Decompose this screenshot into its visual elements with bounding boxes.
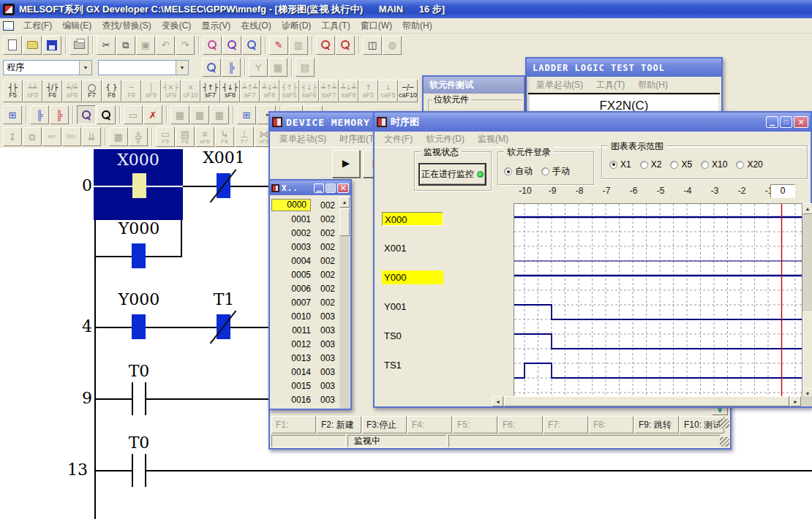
timing-titlebar[interactable]: 时序图 ▁ □ ✕ bbox=[375, 113, 811, 132]
fkey-sF8[interactable]: ┤↓├sF8 bbox=[220, 80, 240, 102]
dm-fkey-10[interactable]: F10: 测试 bbox=[680, 416, 724, 433]
timing-chart-window[interactable]: 时序图 ▁ □ ✕ 文件(F)软元件(D)监视(M) 监视状态 正在进行监控 软… bbox=[373, 111, 812, 408]
scroll-left-icon[interactable]: ◄ bbox=[492, 396, 503, 406]
ladder-edit-icon[interactable]: ✎ bbox=[269, 36, 288, 55]
close-icon[interactable]: ✕ bbox=[794, 116, 808, 128]
main-titlebar[interactable]: MELSOFT系列 GX Developer C:\MELSEC\GPPW\mn… bbox=[0, 0, 812, 18]
sheet-find-icon[interactable] bbox=[202, 58, 221, 77]
device-row[interactable]: 0016003 bbox=[271, 393, 339, 406]
chart-horizontal-scrollbar[interactable]: ◄ ► bbox=[492, 396, 812, 406]
program-selector[interactable]: 程序 ▼ bbox=[3, 60, 92, 75]
chevron-down-icon[interactable]: ▼ bbox=[79, 61, 91, 75]
tc-menu-item[interactable]: 软元件(D) bbox=[419, 132, 471, 147]
main-menu-item[interactable]: 变换(C) bbox=[157, 18, 197, 34]
radio-X20[interactable]: X20 bbox=[736, 159, 762, 170]
ladder-branch-icon[interactable]: ╠ bbox=[222, 58, 241, 77]
main-menu-item[interactable]: 显示(V) bbox=[196, 18, 236, 34]
contact-t0[interactable] bbox=[132, 382, 133, 415]
radio-自动[interactable]: 自动 bbox=[504, 165, 533, 178]
ladder-logic-test-tool-window[interactable]: LADDER LOGIC TEST TOOL 菜单起动(S)工具(T)帮助(H)… bbox=[525, 57, 723, 111]
device-row[interactable]: 0001002 bbox=[271, 212, 339, 226]
child-window-icon[interactable] bbox=[3, 21, 14, 31]
fkey-caF10[interactable]: ─/─caF10 bbox=[398, 80, 418, 102]
scroll-up-icon[interactable]: ▲ bbox=[802, 203, 812, 214]
chart-vertical-scrollbar[interactable]: ▲ ▼ bbox=[802, 203, 812, 399]
x-list-titlebar[interactable]: X.. ▁ □ ✕ bbox=[270, 181, 350, 195]
llt-menu-item[interactable]: 帮助(H) bbox=[631, 77, 674, 93]
resize-grip[interactable] bbox=[720, 419, 729, 428]
device-row[interactable]: 0004002 bbox=[271, 254, 339, 268]
contact-x000-selected[interactable]: X000 bbox=[94, 149, 183, 220]
signal-label-ts0[interactable]: TS0 bbox=[382, 329, 443, 343]
scrollbar-thumb[interactable] bbox=[802, 311, 812, 389]
contact-t0b[interactable] bbox=[132, 454, 133, 487]
fkey-F8[interactable]: { }F8 bbox=[102, 80, 121, 102]
print-icon[interactable] bbox=[69, 36, 89, 55]
device-selector[interactable]: ▼ bbox=[98, 60, 189, 75]
device-row[interactable]: 0010003 bbox=[271, 309, 339, 323]
dm-fkey-3[interactable]: F3:停止 bbox=[362, 416, 407, 433]
project-tree-icon[interactable]: ╠ bbox=[30, 105, 49, 124]
radio-手动[interactable]: 手动 bbox=[541, 165, 570, 178]
timing-chart-plot-area[interactable] bbox=[514, 203, 802, 399]
run-button[interactable]: ► bbox=[332, 150, 360, 178]
minimize-icon[interactable]: ▁ bbox=[766, 116, 778, 128]
scroll-right-icon[interactable]: ► bbox=[790, 396, 801, 406]
signal-label-ts1[interactable]: TS1 bbox=[382, 358, 443, 372]
main-menu-item[interactable]: 在线(O) bbox=[236, 18, 276, 34]
tc-menu-item[interactable]: 监视(M) bbox=[471, 132, 515, 147]
main-menu-item[interactable]: 查找/替换(S) bbox=[97, 18, 156, 34]
project-tree-edit-icon[interactable]: ╠ bbox=[50, 105, 69, 124]
signal-label-y001[interactable]: Y001 bbox=[382, 300, 443, 314]
llt-menu-item[interactable]: 菜单起动(S) bbox=[530, 77, 590, 93]
dm-menu-item[interactable]: 菜单起动(S) bbox=[273, 132, 333, 147]
device-row[interactable]: 0005002 bbox=[271, 268, 339, 281]
x-device-list-window[interactable]: X.. ▁ □ ✕ 000000200010020002002000300200… bbox=[268, 179, 352, 410]
device-row[interactable]: 0015003 bbox=[271, 379, 339, 393]
device-find-icon[interactable] bbox=[242, 36, 261, 55]
resize-grip[interactable] bbox=[720, 437, 729, 447]
radio-X5[interactable]: X5 bbox=[670, 159, 692, 170]
device-row[interactable]: 0006002 bbox=[271, 281, 339, 295]
chevron-down-icon[interactable]: ▼ bbox=[176, 61, 188, 75]
signal-label-y000[interactable]: Y000 bbox=[382, 270, 443, 284]
ladder-window-icon[interactable]: ⊞ bbox=[3, 105, 22, 124]
split-window-icon[interactable]: ◫ bbox=[363, 36, 382, 55]
fkey-F5[interactable]: ┤├F5 bbox=[3, 80, 23, 102]
device-row[interactable]: 0007002 bbox=[271, 295, 339, 309]
radio-X2[interactable]: X2 bbox=[640, 159, 662, 170]
device-row[interactable]: 0013003 bbox=[271, 351, 339, 365]
device-row[interactable]: 0000002 bbox=[271, 198, 339, 212]
cut-icon[interactable]: ✂ bbox=[97, 36, 116, 55]
device-row[interactable]: 0012003 bbox=[271, 337, 339, 351]
main-menu-item[interactable]: 帮助(H) bbox=[397, 18, 437, 34]
scrollbar-thumb[interactable] bbox=[339, 208, 350, 236]
find-icon[interactable] bbox=[203, 36, 222, 55]
radio-X10[interactable]: X10 bbox=[701, 159, 727, 170]
save-icon[interactable] bbox=[42, 36, 61, 55]
stop-monitor-icon[interactable]: ✗ bbox=[143, 105, 162, 124]
device-test-window[interactable]: 软元件测试 位软元件 bbox=[422, 75, 525, 111]
signal-label-x000[interactable]: X000 bbox=[382, 212, 443, 226]
contact-y000[interactable] bbox=[132, 314, 146, 339]
device-row[interactable]: 0003002 bbox=[271, 240, 339, 254]
x-list-scrollbar[interactable]: ▲ bbox=[339, 197, 350, 409]
device-row[interactable]: 0011003 bbox=[271, 323, 339, 337]
main-menu-item[interactable]: 工程(F) bbox=[18, 18, 57, 34]
program-check-icon[interactable]: ⊞ bbox=[237, 105, 256, 124]
device-row[interactable]: 0014003 bbox=[271, 365, 339, 379]
main-menu-item[interactable]: 窗口(W) bbox=[356, 18, 397, 34]
dm-fkey-2[interactable]: F2: 新建 bbox=[317, 416, 361, 433]
maximize-icon[interactable]: □ bbox=[780, 116, 792, 128]
llt-menu-item[interactable]: 工具(T) bbox=[590, 77, 631, 93]
open-icon[interactable] bbox=[23, 36, 42, 55]
scroll-up-icon[interactable]: ▲ bbox=[339, 197, 350, 208]
dm-fkey-9[interactable]: F9: 跳转 bbox=[634, 416, 679, 433]
contact-y000-parallel[interactable] bbox=[132, 243, 146, 268]
fkey-F6[interactable]: ┤/├F6 bbox=[42, 80, 62, 102]
scrollbar-thumb[interactable] bbox=[504, 396, 789, 406]
zoom-out-icon[interactable] bbox=[336, 36, 355, 55]
maximize-icon[interactable]: □ bbox=[326, 183, 336, 193]
new-icon[interactable] bbox=[3, 36, 22, 55]
device-row[interactable]: 0002002 bbox=[271, 226, 339, 240]
